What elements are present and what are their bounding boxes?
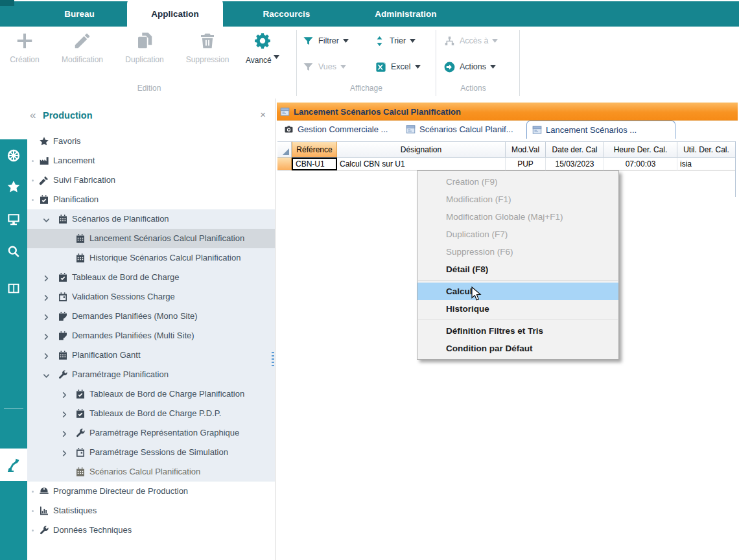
chevron-down-icon <box>415 65 421 69</box>
grid-header-date-der-cal[interactable]: Date der. Cal <box>546 141 604 158</box>
context-menu-item-condition-par-d-faut[interactable]: Condition par Défaut <box>417 340 618 357</box>
panel-close-button[interactable]: × <box>260 109 266 120</box>
tree-item-lancement[interactable]: Lancement <box>27 151 275 170</box>
context-menu-item-modification-globale-maj-f1-: Modification Globale (Maj+F1) <box>417 208 618 226</box>
tree-item-demandes-planifi-es-mono-site-[interactable]: Demandes Planifiées (Mono Site) <box>27 307 275 326</box>
grid-header-util-der-cal-[interactable]: Util. Der. Cal. <box>677 141 736 158</box>
search-icon <box>6 244 21 259</box>
document-tab-label: Scénarios Calcul Planif... <box>419 124 513 134</box>
grid-cell-5[interactable]: 07:00:03 <box>604 158 677 170</box>
calendar-edit-icon <box>58 331 68 341</box>
sort-icon <box>373 35 386 47</box>
chevron-closed-icon <box>43 275 50 282</box>
calendar-check-icon <box>39 194 49 205</box>
ribbon-group-label: Edition <box>97 84 201 93</box>
tree-item-statistiques[interactable]: Statistiques <box>27 501 275 520</box>
menubar-tab-application[interactable]: Application <box>127 0 223 28</box>
chevron-down-icon <box>410 39 416 43</box>
grid-cell-6[interactable]: isia <box>677 158 736 170</box>
grid-header-mod-val[interactable]: Mod.Val <box>506 141 546 158</box>
context-menu-separator <box>418 280 618 281</box>
rail-item[interactable] <box>6 281 21 298</box>
chevron-closed-icon <box>61 391 68 399</box>
rail-item[interactable] <box>6 244 21 261</box>
ribbon-button-duplication[interactable]: Duplication <box>117 31 172 64</box>
rail-item[interactable] <box>6 148 21 165</box>
context-menu-item-d-tail-f8-[interactable]: Détail (F8) <box>417 261 618 278</box>
tree-item-demandes-planifi-es-multi-site-[interactable]: Demandes Planifiées (Multi Site) <box>27 326 275 345</box>
tree-branch-dot <box>32 491 34 493</box>
tree-item-planification[interactable]: Planification <box>27 190 275 209</box>
chevron-down-icon <box>492 39 498 43</box>
pencil-icon <box>73 31 92 51</box>
columns-icon <box>6 281 21 296</box>
mouse-cursor <box>471 286 482 301</box>
robot-icon <box>6 457 21 472</box>
grid-header-heure-der-cal-[interactable]: Heure Der. Cal. <box>604 141 677 158</box>
ribbon-button-création[interactable]: Création <box>0 31 49 64</box>
panel-resize-grip[interactable] <box>272 352 274 368</box>
context-menu-item-calcul[interactable]: Calcul <box>417 283 618 300</box>
calendar-grid-icon <box>75 233 86 244</box>
tree-item-favoris[interactable]: Favoris <box>27 132 275 151</box>
tree-item-label: Paramétrage Représentation Graphique <box>89 428 239 438</box>
grid-right-border <box>735 141 736 197</box>
context-menu-item-historique[interactable]: Historique <box>417 300 618 318</box>
tree-item-planification-gantt[interactable]: Planification Gantt <box>27 345 275 365</box>
document-tab-3[interactable]: Lancement Scénarios ... <box>526 121 675 139</box>
tree-item-param-trage-planification[interactable]: Paramétrage Planification <box>27 365 275 384</box>
tree-item-validation-sessions-charge[interactable]: Validation Sessions Charge <box>27 287 275 307</box>
panel-collapse-button[interactable]: « <box>30 109 36 122</box>
grid-header-d-signation[interactable]: Désignation <box>337 141 506 158</box>
tree-item-donn-es-techniques[interactable]: Données Techniques <box>27 520 275 540</box>
grid-cell-3[interactable]: PUP <box>506 158 546 170</box>
tree-item-sc-narios-de-planification[interactable]: Scénarios de Planification <box>27 209 275 229</box>
tree-item-label: Demandes Planifiées (Multi Site) <box>72 331 194 340</box>
menubar-tab-bureau[interactable]: Bureau <box>39 1 120 27</box>
ribbon-button-actions[interactable]: Actions <box>443 58 496 75</box>
factory-icon <box>39 156 49 166</box>
grid-corner-cell[interactable] <box>277 141 292 158</box>
tree-item-param-trage-sessions-de-simulation[interactable]: Paramétrage Sessions de Simulation <box>27 443 275 462</box>
grid-header-r-f-rence[interactable]: Référence <box>292 141 337 158</box>
tree-item-tableaux-de-bord-de-charge-planification[interactable]: Tableaux de Bord de Charge Planification <box>27 384 275 404</box>
document-tab-1[interactable]: Gestion Commerciale ... <box>279 121 395 138</box>
tree-item-label: Tableaux de Bord de Charge Planification <box>89 389 244 399</box>
ribbon-group-separator <box>296 30 297 96</box>
document-title: Lancement Scénarios Calcul Planification <box>294 107 461 117</box>
ribbon-button-excel[interactable]: Excel <box>375 58 421 75</box>
menubar-tab-raccourcis[interactable]: Raccourcis <box>228 1 345 27</box>
grid-row-selector[interactable] <box>277 158 292 170</box>
tree-branch-dot <box>32 180 34 181</box>
document-tab-2[interactable]: Scénarios Calcul Planif... <box>401 121 522 138</box>
grid-cell-1[interactable]: CBN-U1 <box>292 158 337 170</box>
ribbon-button-vues[interactable]: Vues <box>302 58 346 75</box>
tree-item-suivi-fabrication[interactable]: Suivi Fabrication <box>27 170 275 190</box>
tree-item-programme-directeur-de-production[interactable]: Programme Directeur de Production <box>27 482 275 501</box>
grid-cell-2[interactable]: Calcul CBN sur U1 <box>337 158 506 170</box>
tree-item-tableaux-de-bord-de-charge-p-d-p-[interactable]: Tableaux de Bord de Charge P.D.P. <box>27 404 275 423</box>
rail-item[interactable] <box>6 212 21 229</box>
ribbon-button-suppression[interactable]: Suppression <box>178 31 237 64</box>
ribbon-button-filtrer[interactable]: Filtrer <box>302 32 349 49</box>
rail-item[interactable] <box>6 180 21 196</box>
ribbon-button-avancé[interactable]: Avancé <box>242 31 283 65</box>
tree-item-label: Validation Sessions Charge <box>72 292 175 301</box>
context-menu-item-d-finition-filtres-et-tris[interactable]: Définition Filtres et Tris <box>417 322 618 340</box>
tree-item-sc-narios-calcul-planification[interactable]: Scénarios Calcul Planification <box>27 462 275 482</box>
calendar-check-icon <box>75 389 86 399</box>
grid-cell-4[interactable]: 15/03/2023 <box>546 158 604 170</box>
tree-branch-dot <box>32 160 34 162</box>
tree-item-tableaux-de-bord-de-charge[interactable]: Tableaux de Bord de Charge <box>27 268 275 287</box>
ribbon-button-accès-à[interactable]: Accès à <box>443 32 498 49</box>
document-tabstrip: Gestion Commerciale ...Scénarios Calcul … <box>276 120 739 139</box>
tree-item-historique-sc-narios-calcul-planification[interactable]: Historique Scénarios Calcul Planificatio… <box>27 248 275 268</box>
chevron-open-icon <box>43 216 50 224</box>
tree-item-lancement-sc-narios-calcul-planification[interactable]: Lancement Scénarios Calcul Planification <box>27 229 275 248</box>
hardhat-icon <box>39 486 49 496</box>
rail-item-active[interactable] <box>0 449 27 481</box>
ribbon-button-modification[interactable]: Modification <box>53 31 112 64</box>
ribbon-button-trier[interactable]: Trier <box>373 32 416 49</box>
tree-item-param-trage-repr-sentation-graphique[interactable]: Paramétrage Représentation Graphique <box>27 423 275 443</box>
menubar-tab-administration[interactable]: Administration <box>350 1 462 27</box>
